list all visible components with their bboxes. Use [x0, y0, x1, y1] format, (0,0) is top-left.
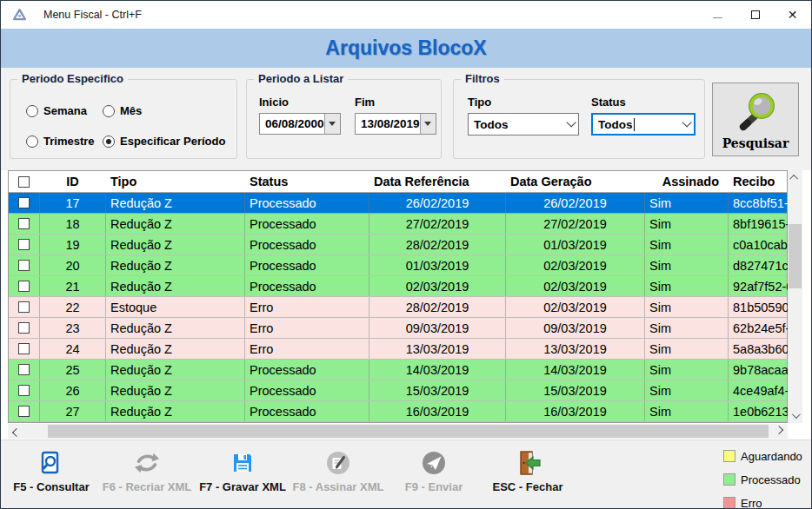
- row-select-cell[interactable]: [9, 255, 40, 275]
- cell-data-referencia: 02/03/2019: [369, 276, 506, 296]
- send-plane-icon: [421, 449, 447, 477]
- scroll-right-icon[interactable]: [773, 424, 788, 439]
- radio-circle-icon: [103, 136, 115, 148]
- vertical-scrollbar[interactable]: [788, 170, 802, 423]
- column-header-status[interactable]: Status: [245, 171, 369, 192]
- row-select-cell[interactable]: [9, 214, 40, 234]
- row-select-cell[interactable]: [9, 235, 40, 254]
- toolbar-item-gravar-xml[interactable]: F7 - Gravar XML: [192, 449, 293, 493]
- column-header-tipo[interactable]: Tipo: [106, 171, 245, 192]
- radio-semana[interactable]: Semana: [26, 104, 87, 117]
- table-row[interactable]: 18 Redução Z Processado 27/02/2019 27/02…: [9, 214, 787, 235]
- cell-id: 24: [40, 339, 106, 359]
- table-row[interactable]: 22 Estoque Erro 28/02/2019 02/03/2019 Si…: [9, 297, 787, 318]
- cell-assinado: Sim: [645, 235, 729, 254]
- pesquisar-button[interactable]: Pesquisar: [712, 83, 799, 156]
- inicio-dropdown-icon[interactable]: [324, 114, 340, 134]
- checkbox-icon[interactable]: [18, 343, 30, 354]
- toolbar-item-fechar[interactable]: ESC - Fechar: [477, 449, 578, 493]
- column-header-data-geracao[interactable]: Data Geração: [506, 171, 645, 192]
- cell-assinado: Sim: [645, 360, 729, 380]
- cell-tipo: Redução Z: [106, 401, 245, 421]
- toolbar-item-consultar[interactable]: F5 - Consultar: [1, 449, 102, 493]
- column-header-id[interactable]: ID: [40, 171, 106, 192]
- radio-trimestre[interactable]: Trimestre: [26, 135, 95, 148]
- row-select-cell[interactable]: [9, 318, 40, 338]
- table-row[interactable]: 24 Redução Z Erro 13/03/2019 13/03/2019 …: [9, 339, 787, 360]
- table-row[interactable]: 20 Redução Z Processado 01/03/2019 02/03…: [9, 255, 787, 276]
- checkbox-icon[interactable]: [18, 260, 30, 271]
- checkbox-icon[interactable]: [18, 239, 30, 250]
- table-row[interactable]: 26 Redução Z Processado 15/03/2019 15/03…: [9, 380, 787, 401]
- cell-tipo: Redução Z: [106, 235, 245, 254]
- inicio-date-picker[interactable]: 06/08/2000: [259, 113, 341, 135]
- vertical-scroll-thumb[interactable]: [789, 224, 802, 288]
- magnifier-icon: [733, 89, 778, 133]
- tipo-select[interactable]: Todos: [468, 113, 579, 136]
- table-row[interactable]: 17 Redução Z Processado 26/02/2019 26/02…: [9, 193, 787, 214]
- cell-status: Processado: [245, 401, 369, 421]
- row-select-cell[interactable]: [9, 276, 40, 296]
- chevron-down-icon: [682, 117, 691, 127]
- cell-recibo: 8bf19615-: [729, 214, 789, 234]
- header-band: Arquivos BlocoX: [1, 29, 811, 68]
- cell-recibo: 5a8a3b60: [729, 339, 789, 359]
- cell-data-geracao: 02/03/2019: [506, 297, 645, 317]
- checkbox-icon[interactable]: [18, 281, 30, 292]
- cell-status: Processado: [245, 255, 369, 275]
- checkbox-icon[interactable]: [18, 385, 30, 396]
- cell-data-referencia: 09/03/2019: [369, 318, 506, 338]
- row-select-cell[interactable]: [9, 380, 40, 400]
- table-row[interactable]: 21 Redução Z Processado 02/03/2019 02/03…: [9, 276, 787, 297]
- table-row[interactable]: 23 Redução Z Erro 09/03/2019 09/03/2019 …: [9, 318, 787, 339]
- legend-color-swatch: [723, 450, 735, 462]
- horizontal-scroll-thumb[interactable]: [48, 425, 769, 438]
- table-row[interactable]: 19 Redução Z Processado 28/02/2019 01/03…: [9, 235, 787, 255]
- checkbox-icon[interactable]: [18, 406, 30, 417]
- close-icon[interactable]: ✕: [774, 1, 811, 29]
- cell-data-referencia: 26/02/2019: [369, 193, 506, 213]
- minimize-icon[interactable]: [699, 1, 736, 29]
- scroll-down-icon[interactable]: [788, 408, 802, 423]
- row-select-cell[interactable]: [9, 339, 40, 359]
- horizontal-scrollbar[interactable]: [8, 424, 788, 439]
- header-select-all[interactable]: [9, 171, 40, 192]
- maximize-icon[interactable]: [736, 1, 774, 29]
- fim-label: Fim: [355, 96, 375, 109]
- sign-pencil-icon: [325, 449, 351, 477]
- radio-mes[interactable]: Mês: [103, 104, 142, 117]
- legend-color-swatch: [723, 473, 735, 486]
- checkbox-icon[interactable]: [18, 322, 30, 334]
- row-select-cell[interactable]: [9, 193, 40, 213]
- checkbox-icon[interactable]: [18, 364, 30, 375]
- cell-status: Erro: [245, 339, 369, 359]
- checkbox-icon[interactable]: [18, 176, 30, 188]
- cell-status: Processado: [245, 214, 369, 234]
- row-select-cell[interactable]: [9, 360, 40, 380]
- cell-tipo: Estoque: [106, 297, 245, 317]
- radio-especificar-periodo[interactable]: Especificar Período: [103, 135, 225, 148]
- fim-date-picker[interactable]: 13/08/2019: [355, 113, 436, 135]
- cell-data-geracao: 15/03/2019: [506, 380, 645, 400]
- table-row[interactable]: 27 Redução Z Processado 16/03/2019 16/03…: [9, 401, 787, 422]
- column-header-recibo[interactable]: Recibo: [729, 171, 789, 192]
- checkbox-icon[interactable]: [18, 197, 30, 208]
- toolbar-item-enviar: F9 - Enviar: [383, 449, 484, 493]
- row-select-cell[interactable]: [9, 297, 40, 317]
- group-title: Periodo a Listar: [254, 72, 348, 85]
- checkbox-icon[interactable]: [18, 301, 30, 313]
- tipo-value: Todos: [474, 118, 509, 131]
- status-select[interactable]: Todos: [591, 113, 696, 136]
- fim-dropdown-icon[interactable]: [420, 114, 436, 134]
- table-row[interactable]: 25 Redução Z Processado 14/03/2019 14/03…: [9, 360, 787, 380]
- column-header-assinado[interactable]: Assinado: [645, 171, 729, 192]
- checkbox-icon[interactable]: [18, 218, 30, 229]
- fim-value: 13/08/2019: [356, 114, 420, 134]
- filter-form: Periodo Especifico Semana Mês Trimestre …: [1, 68, 811, 170]
- scroll-left-icon[interactable]: [8, 424, 23, 439]
- cell-recibo: 92af7f52-0: [729, 276, 789, 296]
- column-header-data-referencia[interactable]: Data Referência: [369, 171, 506, 192]
- cell-status: Processado: [245, 235, 369, 254]
- scroll-up-icon[interactable]: [788, 170, 802, 185]
- row-select-cell[interactable]: [9, 401, 40, 421]
